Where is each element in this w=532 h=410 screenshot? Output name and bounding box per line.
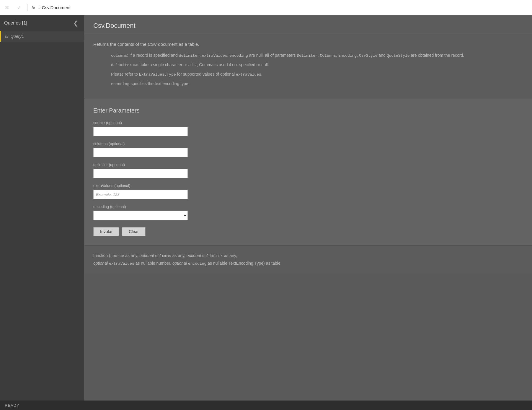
fx-query-icon: fx	[5, 34, 8, 39]
extravalues-input[interactable]	[93, 190, 188, 199]
sig-optional3: optional	[93, 261, 108, 266]
param-group-encoding: encoding (optional)	[93, 204, 523, 220]
status-bar: READY	[0, 401, 532, 410]
confirm-icon: ✓	[17, 4, 21, 11]
cancel-button[interactable]: ✕	[3, 3, 11, 12]
sig-optional2: optional	[187, 253, 201, 258]
description-detail: columns: If a record is specified and de…	[111, 52, 523, 87]
function-title-section: Csv.Document	[84, 15, 532, 35]
signature-line1: function (source as any, optional column…	[93, 252, 523, 259]
encoding-label: encoding (optional)	[93, 204, 523, 209]
extravalues-code: extraValues	[202, 53, 227, 58]
columns-input[interactable]	[93, 148, 188, 157]
sig-source-code: source	[110, 254, 124, 258]
description-extravalues: Please refer to ExtraValues.Type for sup…	[111, 71, 523, 78]
action-buttons: Invoke Clear	[93, 227, 523, 236]
extravalues-label: extraValues (optional)	[93, 183, 523, 188]
delimiter-input[interactable]	[93, 169, 188, 178]
sig-optional4: optional	[172, 261, 187, 266]
delimiter-param-name: delimiter	[111, 63, 132, 67]
signature-section: function (source as any, optional column…	[84, 245, 532, 274]
delimiter-param-code: Delimiter	[297, 53, 317, 58]
formula-text: = Csv.Document	[38, 5, 529, 10]
parameters-title: Enter Parameters	[93, 107, 523, 114]
sig-columns-code: columns	[155, 254, 171, 258]
delimiter-label: delimiter (optional)	[93, 162, 523, 167]
param-group-columns: columns (optional)	[93, 141, 523, 157]
parameters-section: Enter Parameters source (optional) colum…	[84, 99, 532, 245]
extravalues-optional-code: extraValues	[236, 72, 261, 77]
main-layout: Queries [1] ❮ fx Query1 Csv.Document Ret…	[0, 15, 532, 401]
sidebar-header: Queries [1] ❮	[0, 15, 84, 31]
status-text: READY	[5, 403, 19, 408]
description-columns: columns: If a record is specified and de…	[111, 52, 523, 59]
formula-bar: ✕ ✓ fx = Csv.Document	[0, 0, 532, 15]
description-delimiter: delimiter can take a single character or…	[111, 61, 523, 69]
source-input[interactable]	[93, 127, 188, 136]
toolbar-divider	[27, 4, 27, 11]
fx-label: fx	[32, 5, 35, 10]
content-area: Csv.Document Returns the contents of the…	[84, 15, 532, 401]
toolbar-icons: ✕ ✓	[3, 3, 23, 12]
param-group-source: source (optional)	[93, 121, 523, 136]
confirm-button[interactable]: ✓	[15, 3, 23, 12]
cancel-icon: ✕	[5, 4, 9, 11]
sidebar-collapse-button[interactable]: ❮	[71, 19, 80, 27]
description-encoding: encoding specifies the text encoding typ…	[111, 80, 523, 87]
sidebar-item-query1[interactable]: fx Query1	[0, 31, 84, 42]
sig-delimiter-code: delimiter	[202, 254, 223, 258]
quotestyle-param-code: QuoteStyle	[387, 53, 410, 58]
encoding-param-code: Encoding	[338, 53, 357, 58]
signature-line2: optional extraValues as nullable number,…	[93, 260, 523, 267]
columns-param-code: Columns	[320, 53, 336, 58]
query-name: Query1	[10, 34, 24, 39]
description-section: Returns the contents of the CSV document…	[84, 35, 532, 99]
chevron-left-icon: ❮	[73, 20, 78, 26]
encoding-select[interactable]	[93, 211, 188, 220]
extravalues-type-code: ExtraValues.Type	[139, 72, 176, 77]
sidebar: Queries [1] ❮ fx Query1	[0, 15, 84, 401]
csvstyle-param-code: CsvStyle	[359, 53, 377, 58]
invoke-button[interactable]: Invoke	[93, 227, 119, 236]
encoding-code: encoding	[229, 53, 248, 58]
source-label: source (optional)	[93, 121, 523, 125]
columns-param-label: columns	[111, 53, 127, 58]
function-title: Csv.Document	[93, 22, 136, 29]
sig-extravalues-code: extraValues	[109, 261, 134, 266]
sig-optional1: optional	[139, 253, 154, 258]
sidebar-title: Queries [1]	[4, 20, 27, 26]
description-intro: Returns the contents of the CSV document…	[93, 42, 523, 47]
delimiter-code: delimiter	[179, 53, 200, 58]
sig-encoding-code: encoding	[188, 261, 206, 266]
param-group-extravalues: extraValues (optional)	[93, 183, 523, 199]
clear-button[interactable]: Clear	[122, 227, 145, 236]
encoding-param-name: encoding	[111, 82, 129, 86]
columns-label: columns (optional)	[93, 141, 523, 146]
param-group-delimiter: delimiter (optional)	[93, 162, 523, 178]
